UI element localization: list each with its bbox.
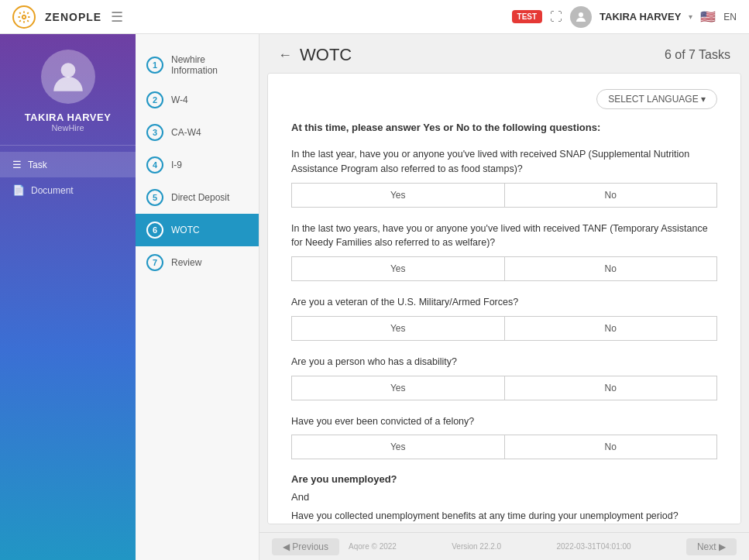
user-name-topnav: TAKIRA HARVEY <box>600 11 681 22</box>
tasks-count: 6 of 7 Tasks <box>665 48 730 62</box>
sidebar-item-document[interactable]: 📄 Document <box>0 177 136 203</box>
step-3[interactable]: 3 CA-W4 <box>136 116 259 149</box>
question-text-6: Have you collected unemployment benefits… <box>291 509 717 524</box>
yn-row-2: Yes No <box>291 256 717 281</box>
q2-yes-button[interactable]: Yes <box>291 256 504 281</box>
back-button[interactable]: ← <box>278 47 292 64</box>
question-text-5: Have you ever been convicted of a felony… <box>291 414 717 429</box>
step-label-3: CA-W4 <box>171 127 201 138</box>
document-icon: 📄 <box>12 184 25 196</box>
logo-icon <box>12 5 36 29</box>
content-header: ← WOTC 6 of 7 Tasks <box>259 34 749 73</box>
question-block-3: Are you a veteran of the U.S. Military/A… <box>291 295 717 341</box>
step-circle-6: 6 <box>146 222 163 239</box>
sidebar-nav: ☰ Task 📄 Document <box>0 152 136 203</box>
hamburger-icon[interactable]: ☰ <box>111 9 123 26</box>
q4-no-button[interactable]: No <box>504 376 718 400</box>
and-text: And <box>291 491 717 503</box>
content-area: ← WOTC 6 of 7 Tasks SELECT LANGUAGE ▾ At… <box>259 34 749 560</box>
step-circle-5: 5 <box>146 189 163 206</box>
steps-panel: 1 Newhire Information 2 W-4 3 CA-W4 4 I-… <box>136 34 259 560</box>
step-label-1: Newhire Information <box>171 54 248 76</box>
step-7[interactable]: 7 Review <box>136 246 259 279</box>
step-circle-3: 3 <box>146 124 163 141</box>
yn-row-5: Yes No <box>291 435 717 459</box>
step-1[interactable]: 1 Newhire Information <box>136 46 259 84</box>
next-button-bottom[interactable]: Next ▶ <box>686 538 737 555</box>
q1-no-button[interactable]: No <box>504 183 718 208</box>
step-circle-4: 4 <box>146 156 163 173</box>
step-6[interactable]: 6 WOTC <box>136 214 259 246</box>
topnav: ZENOPLE ☰ TEST ⛶ TAKIRA HARVEY ▾ 🇺🇸 EN <box>0 0 749 34</box>
topnav-left: ZENOPLE ☰ <box>12 5 123 29</box>
version-text: Version 22.2.0 <box>452 542 501 551</box>
step-label-2: W-4 <box>171 94 188 105</box>
sidebar-item-task-label: Task <box>28 160 47 170</box>
step-label-4: I-9 <box>171 160 182 170</box>
question-block-2: In the last two years, have you or anyon… <box>291 222 717 282</box>
step-label-7: Review <box>171 257 201 268</box>
q2-no-button[interactable]: No <box>504 256 718 281</box>
svg-point-1 <box>579 12 583 17</box>
sidebar-item-task[interactable]: ☰ Task <box>0 152 136 177</box>
language-label: EN <box>723 12 737 22</box>
language-flag: 🇺🇸 <box>700 9 716 24</box>
test-badge: TEST <box>512 10 543 23</box>
sidebar-user-role: NewHire <box>51 123 84 132</box>
form-card: SELECT LANGUAGE ▾ At this time, please a… <box>267 73 741 524</box>
q4-yes-button[interactable]: Yes <box>291 376 504 400</box>
sidebar-user-name: TAKIRA HARVEY <box>25 112 112 123</box>
question-block-1: In the last year, have you or anyone you… <box>291 147 717 208</box>
sidebar-item-document-label: Document <box>31 185 74 196</box>
q3-no-button[interactable]: No <box>504 316 718 341</box>
main-layout: TAKIRA HARVEY NewHire ☰ Task 📄 Document … <box>0 34 749 560</box>
q5-no-button[interactable]: No <box>504 435 718 459</box>
step-circle-7: 7 <box>146 254 163 271</box>
yn-row-3: Yes No <box>291 316 717 341</box>
previous-button-bottom[interactable]: ◀ Previous <box>272 538 339 555</box>
step-label-6: WOTC <box>171 225 200 235</box>
timestamp-text: 2022-03-31T04:01:00 <box>556 542 630 551</box>
sidebar: TAKIRA HARVEY NewHire ☰ Task 📄 Document <box>0 34 136 560</box>
step-circle-2: 2 <box>146 91 163 108</box>
q1-yes-button[interactable]: Yes <box>291 183 504 208</box>
logo-text: ZENOPLE <box>45 11 101 23</box>
page-title: WOTC <box>300 45 352 65</box>
question-block-6: Have you collected unemployment benefits… <box>291 509 717 524</box>
chevron-down-icon[interactable]: ▾ <box>689 12 692 21</box>
user-avatar-small <box>570 6 592 28</box>
task-icon: ☰ <box>12 159 22 170</box>
content-header-left: ← WOTC <box>278 45 352 65</box>
q3-yes-button[interactable]: Yes <box>291 316 504 341</box>
unemployed-text: Are you unemployed? <box>291 473 717 485</box>
step-4[interactable]: 4 I-9 <box>136 149 259 181</box>
yn-row-4: Yes No <box>291 376 717 400</box>
question-text-1: In the last year, have you or anyone you… <box>291 147 717 177</box>
question-block-5: Have you ever been convicted of a felony… <box>291 414 717 460</box>
step-5[interactable]: 5 Direct Deposit <box>136 181 259 214</box>
step-circle-1: 1 <box>146 57 163 74</box>
step-label-5: Direct Deposit <box>171 192 229 203</box>
bottom-bar-left: ◀ Previous Aqore © 2022 <box>272 538 397 555</box>
intro-text: At this time, please answer Yes or No to… <box>291 122 717 133</box>
bottom-bar: ◀ Previous Aqore © 2022 Version 22.2.0 2… <box>259 532 749 560</box>
question-block-4: Are you a person who has a disability? Y… <box>291 355 717 400</box>
svg-point-0 <box>22 15 26 19</box>
select-language-button[interactable]: SELECT LANGUAGE ▾ <box>596 89 717 109</box>
sidebar-avatar <box>41 50 95 104</box>
svg-point-2 <box>60 63 75 77</box>
step-2[interactable]: 2 W-4 <box>136 84 259 116</box>
copyright-text: Aqore © 2022 <box>349 542 397 551</box>
topnav-right: TEST ⛶ TAKIRA HARVEY ▾ 🇺🇸 EN <box>512 6 737 28</box>
sidebar-divider <box>0 145 136 146</box>
q5-yes-button[interactable]: Yes <box>291 435 504 459</box>
yn-row-1: Yes No <box>291 183 717 208</box>
question-text-4: Are you a person who has a disability? <box>291 355 717 369</box>
question-text-2: In the last two years, have you or anyon… <box>291 222 717 251</box>
expand-icon[interactable]: ⛶ <box>550 10 562 24</box>
question-text-3: Are you a veteran of the U.S. Military/A… <box>291 295 717 310</box>
